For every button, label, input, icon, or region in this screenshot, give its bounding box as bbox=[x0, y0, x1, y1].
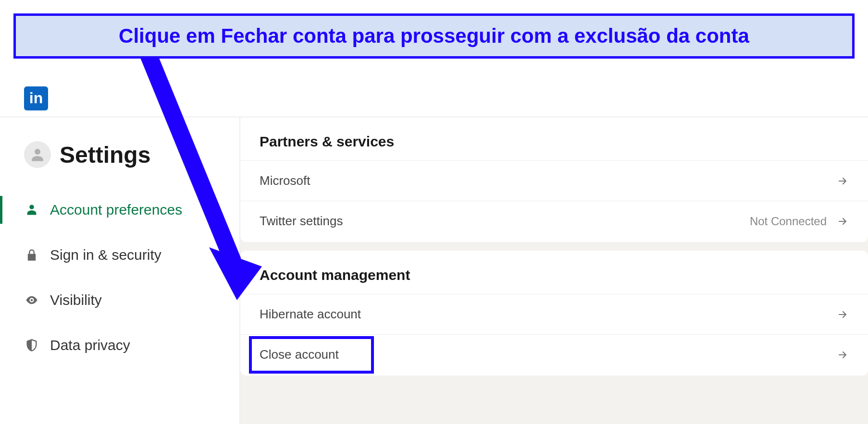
setting-row-right bbox=[836, 175, 849, 187]
header-bar: in bbox=[0, 80, 868, 117]
setting-row-close-account[interactable]: Close account bbox=[240, 334, 868, 375]
setting-label: Close account bbox=[260, 347, 339, 362]
section-partners-services: Partners & services Microsoft Twitter se… bbox=[240, 117, 868, 242]
setting-label: Microsoft bbox=[260, 173, 310, 188]
section-title: Account management bbox=[240, 251, 868, 294]
sidebar-item-data-privacy[interactable]: Data privacy bbox=[0, 323, 239, 368]
arrow-right-icon bbox=[836, 175, 849, 187]
setting-row-right bbox=[836, 308, 849, 321]
sidebar-header: Settings bbox=[0, 132, 239, 187]
setting-row-right: Not Connected bbox=[750, 215, 849, 228]
nav-label: Account preferences bbox=[50, 202, 182, 218]
arrow-right-icon bbox=[836, 215, 849, 228]
linkedin-logo[interactable]: in bbox=[24, 86, 48, 110]
svg-point-3 bbox=[35, 149, 40, 155]
setting-row-microsoft[interactable]: Microsoft bbox=[240, 160, 868, 201]
logo-text: in bbox=[29, 89, 43, 107]
setting-row-right bbox=[836, 349, 849, 361]
arrow-right-icon bbox=[836, 308, 849, 321]
nav-label: Visibility bbox=[50, 292, 102, 308]
nav-label: Sign in & security bbox=[50, 247, 161, 263]
setting-row-twitter[interactable]: Twitter settings Not Connected bbox=[240, 201, 868, 241]
setting-label: Twitter settings bbox=[260, 214, 343, 229]
sidebar: Settings Account preferences Sign in & s… bbox=[0, 117, 240, 424]
lock-icon bbox=[24, 247, 39, 263]
instruction-callout: Clique em Fechar conta para prosseguir c… bbox=[13, 13, 855, 59]
page-title: Settings bbox=[60, 142, 150, 168]
nav-label: Data privacy bbox=[50, 337, 130, 353]
eye-icon bbox=[24, 292, 39, 308]
section-account-management: Account management Hibernate account Clo… bbox=[240, 251, 868, 376]
status-text: Not Connected bbox=[750, 215, 827, 228]
avatar[interactable] bbox=[24, 141, 51, 168]
person-icon bbox=[24, 202, 39, 218]
setting-row-hibernate[interactable]: Hibernate account bbox=[240, 294, 868, 334]
arrow-right-icon bbox=[836, 349, 849, 361]
person-silhouette-icon bbox=[29, 146, 46, 163]
sidebar-item-signin-security[interactable]: Sign in & security bbox=[0, 232, 239, 278]
instruction-text: Clique em Fechar conta para prosseguir c… bbox=[25, 24, 843, 48]
sidebar-item-visibility[interactable]: Visibility bbox=[0, 278, 239, 323]
shield-icon bbox=[24, 338, 39, 353]
main-layout: Settings Account preferences Sign in & s… bbox=[0, 117, 868, 424]
svg-point-4 bbox=[29, 205, 34, 209]
section-title: Partners & services bbox=[240, 117, 868, 160]
sidebar-item-account-preferences[interactable]: Account preferences bbox=[0, 187, 239, 232]
content-area: Partners & services Microsoft Twitter se… bbox=[240, 117, 868, 424]
svg-point-5 bbox=[31, 299, 33, 302]
setting-label: Hibernate account bbox=[260, 307, 361, 322]
